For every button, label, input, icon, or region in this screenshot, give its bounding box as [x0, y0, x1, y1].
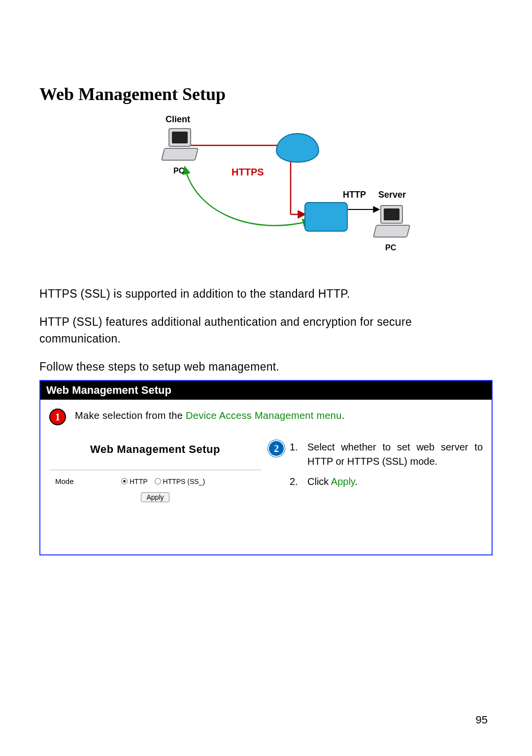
list-item-text: Select whether to set web server to HTTP… [307, 440, 483, 469]
page-title: Web Management Setup [39, 84, 493, 104]
web-mgmt-ui-panel: Web Management Setup Mode HTTP [49, 440, 261, 510]
list-item: 2. Click Apply. [290, 475, 483, 489]
radio-https[interactable]: HTTPS (SS_) [155, 478, 205, 485]
mode-row: Mode HTTP HTTPS (SS_) [55, 477, 255, 485]
step-2-list: 1. Select whether to set web server to H… [290, 440, 483, 495]
page-number: 95 [476, 714, 488, 726]
step-1-row: 1 Make selection from the Device Access … [49, 409, 483, 425]
radio-http[interactable]: HTTP [121, 478, 148, 485]
https-label: HTTPS [232, 167, 264, 178]
apply-button[interactable]: Apply [141, 492, 169, 502]
ui-panel-title: Web Management Setup [90, 443, 220, 456]
step-1-text: Make selection from the Device Access Ma… [75, 409, 345, 423]
paragraph-2: HTTP (SSL) features additional authentic… [39, 314, 493, 347]
client-pc-sublabel: PC [173, 167, 184, 175]
instruction-box: Web Management Setup 1 Make selection fr… [39, 380, 493, 555]
step-2-badge: 2 [268, 440, 285, 457]
step-1-text-green: Device Access Management menu [186, 410, 342, 421]
router-icon [276, 133, 319, 163]
radio-http-dot-icon [121, 478, 128, 484]
radio-http-label: HTTP [130, 478, 148, 485]
list-item-num: 2. [290, 475, 299, 489]
client-label: Client [166, 114, 190, 125]
list-item-text-green: Apply [331, 476, 355, 487]
box-header: Web Management Setup [40, 381, 492, 400]
step-1-badge: 1 [49, 409, 66, 425]
list-item-text-before: Click [307, 476, 331, 487]
server-pc-sublabel: PC [385, 243, 396, 252]
paragraph-3: Follow these steps to setup web manageme… [39, 359, 493, 375]
step-1-text-after: . [342, 410, 345, 421]
radio-https-label: HTTPS (SS_) [163, 478, 205, 485]
list-item-text-after: . [355, 476, 358, 487]
network-diagram: Client PC HTTPS HTTP Server PC [39, 113, 493, 271]
mode-label: Mode [55, 477, 109, 485]
list-item-num: 1. [290, 440, 299, 469]
http-label: HTTP [343, 190, 366, 200]
list-item: 1. Select whether to set web server to H… [290, 440, 483, 469]
server-pc-icon [374, 205, 409, 240]
step-1-text-before: Make selection from the [75, 410, 186, 421]
paragraph-1: HTTPS (SSL) is supported in addition to … [39, 286, 493, 302]
client-pc-icon [163, 128, 197, 163]
switch-icon [304, 202, 348, 232]
radio-https-dot-icon [155, 478, 161, 484]
server-label: Server [378, 190, 406, 200]
